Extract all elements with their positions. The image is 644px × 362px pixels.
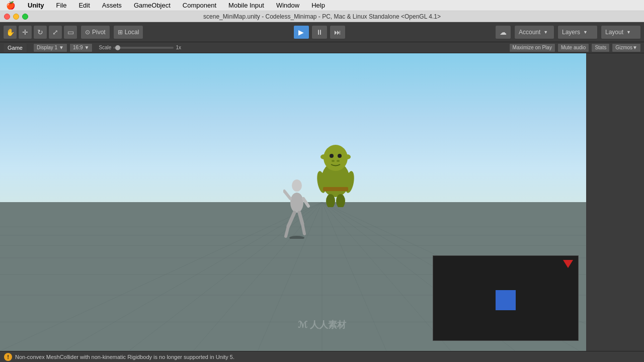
scale-value: 1x: [176, 45, 181, 50]
scale-label: Scale: [99, 45, 111, 50]
display-label: Display 1: [37, 45, 57, 50]
local-label: Local: [125, 29, 139, 36]
game-right-controls: Maximize on Play Mute audio Stats Gizmos…: [509, 43, 641, 52]
maximize-button[interactable]: [22, 14, 28, 20]
local-icon: ⊞: [118, 29, 123, 36]
scale-container: Scale 1x: [99, 45, 181, 50]
svg-point-26: [337, 160, 340, 162]
local-button[interactable]: ⊞ Local: [113, 25, 144, 39]
playback-controls: ▶ ⏸ ⏭: [146, 25, 492, 39]
close-button[interactable]: [4, 14, 10, 20]
pivot-button[interactable]: ⊙ Pivot: [80, 25, 110, 39]
play-button[interactable]: ▶: [293, 25, 309, 39]
minimap: [433, 255, 579, 341]
layout-dropdown[interactable]: Layout ▼: [601, 25, 641, 39]
window-menu[interactable]: Window: [274, 2, 301, 9]
svg-line-36: [288, 213, 294, 226]
status-bar: ! Non-convex MeshCollider with non-kinem…: [0, 351, 644, 362]
right-panel: [586, 53, 644, 351]
cloud-button[interactable]: ☁: [495, 25, 511, 39]
menu-bar: 🍎 Unity File Edit Assets GameObject Comp…: [0, 0, 644, 11]
help-menu[interactable]: Help: [309, 2, 327, 9]
minimize-button[interactable]: [13, 14, 19, 20]
svg-rect-31: [323, 187, 348, 191]
toolbar: ✋ ✛ ↻ ⤢ ▭ ⊙ Pivot ⊞ Local ▶ ⏸ ⏭ ☁ Accoun…: [0, 22, 644, 42]
status-message: Non-convex MeshCollider with non-kinemat…: [15, 354, 234, 360]
layout-arrow-icon: ▼: [626, 30, 631, 35]
minimap-player-dot: [496, 290, 516, 310]
file-menu[interactable]: File: [54, 2, 69, 9]
mute-audio-button[interactable]: Mute audio: [557, 43, 589, 52]
scale-thumb: [115, 45, 120, 50]
transform-tools: ✋ ✛ ↻ ⤢ ▭: [3, 25, 77, 39]
toolbar-right: ☁ Account ▼ Layers ▼ Layout ▼: [495, 25, 641, 39]
edit-menu[interactable]: Edit: [76, 2, 92, 9]
aspect-dropdown[interactable]: 16:9 ▼: [69, 43, 93, 52]
game-controls: Display 1 ▼ 16:9 ▼: [33, 43, 93, 52]
window-title: scene_MiniMap.unity - Codeless_Minimap -…: [203, 13, 441, 20]
title-bar: scene_MiniMap.unity - Codeless_Minimap -…: [0, 11, 644, 22]
layers-label: Layers: [562, 29, 580, 36]
unity-menu[interactable]: Unity: [26, 2, 46, 9]
game-viewport[interactable]: ℳ 人人素材: [0, 53, 644, 351]
aspect-arrow-icon: ▼: [84, 45, 89, 50]
svg-point-25: [332, 160, 335, 162]
scale-slider[interactable]: [113, 47, 174, 49]
aspect-label: 16:9: [73, 45, 83, 50]
account-dropdown[interactable]: Account ▼: [514, 25, 554, 39]
stats-button[interactable]: Stats: [591, 43, 610, 52]
pause-button[interactable]: ⏸: [311, 25, 328, 39]
svg-line-34: [284, 191, 290, 199]
account-label: Account: [519, 29, 540, 36]
gizmos-arrow-icon: ▼: [632, 45, 637, 50]
pivot-icon: ⊙: [85, 29, 90, 36]
svg-line-35: [303, 199, 308, 206]
rect-tool[interactable]: ▭: [63, 25, 77, 39]
apple-menu[interactable]: 🍎: [4, 1, 18, 10]
display-dropdown[interactable]: Display 1 ▼: [33, 43, 67, 52]
layout-label: Layout: [605, 29, 623, 36]
gameobject-menu[interactable]: GameObject: [132, 2, 173, 9]
component-menu[interactable]: Component: [181, 2, 218, 9]
svg-line-38: [299, 213, 302, 224]
mobile-input-menu[interactable]: Mobile Input: [226, 2, 266, 9]
assets-menu[interactable]: Assets: [100, 2, 124, 9]
rotate-tool[interactable]: ↻: [33, 25, 47, 39]
svg-line-37: [286, 226, 288, 236]
hand-tool[interactable]: ✋: [3, 25, 17, 39]
account-arrow-icon: ▼: [543, 30, 548, 35]
display-arrow-icon: ▼: [59, 45, 64, 50]
human-character: [283, 178, 311, 229]
pivot-label: Pivot: [92, 29, 106, 36]
svg-point-33: [290, 193, 303, 213]
main-area: Game Display 1 ▼ 16:9 ▼ Scale 1x Maximiz…: [0, 42, 644, 351]
svg-point-21: [320, 154, 328, 159]
move-tool[interactable]: ✛: [18, 25, 32, 39]
minimap-player-arrow: [563, 260, 573, 268]
warning-icon: !: [4, 353, 12, 361]
step-button[interactable]: ⏭: [330, 25, 346, 39]
svg-point-22: [344, 154, 351, 159]
svg-point-24: [338, 154, 342, 158]
svg-line-39: [302, 224, 304, 234]
maximize-on-play-button[interactable]: Maximize on Play: [509, 43, 555, 52]
layers-dropdown[interactable]: Layers ▼: [557, 25, 598, 39]
gizmos-label: Gizmos: [615, 45, 632, 50]
gizmos-button[interactable]: Gizmos ▼: [612, 43, 641, 52]
ogre-character: [313, 137, 358, 197]
svg-point-23: [330, 154, 334, 158]
game-tab[interactable]: Game: [3, 43, 27, 53]
window-controls: [4, 14, 28, 20]
svg-point-40: [289, 236, 304, 239]
scale-tool[interactable]: ⤢: [48, 25, 62, 39]
svg-point-32: [292, 179, 302, 192]
layers-arrow-icon: ▼: [583, 30, 588, 35]
game-panel-header: Game Display 1 ▼ 16:9 ▼ Scale 1x Maximiz…: [0, 42, 644, 53]
